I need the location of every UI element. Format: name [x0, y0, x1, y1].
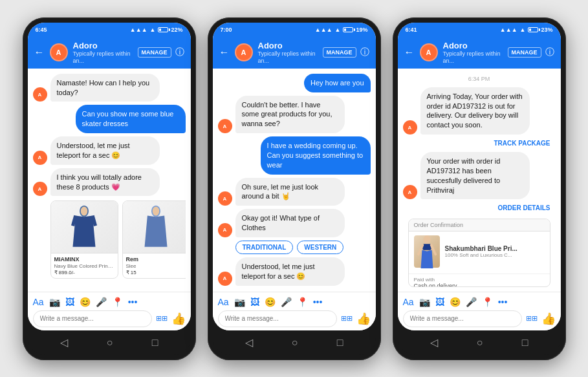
home-nav-3[interactable]: ○	[477, 337, 483, 349]
image-icon-2[interactable]: 🖼	[250, 297, 259, 307]
saree-card-svg	[415, 235, 439, 268]
square-nav-1[interactable]: □	[152, 337, 158, 349]
battery-pct-3: 23%	[541, 27, 552, 33]
back-button-2[interactable]: ←	[219, 47, 230, 58]
bubble-2-1: Hey how are you	[304, 74, 371, 92]
signal-icon-3: ▲▲▲	[500, 27, 517, 33]
square-nav-3[interactable]: □	[522, 337, 528, 349]
keyboard-icon-2[interactable]: Aa	[218, 297, 229, 307]
manage-button-1[interactable]: MANAGE	[138, 47, 171, 58]
battery-fill-3	[529, 28, 531, 31]
status-right-1: ▲▲▲ ▲ 22%	[130, 27, 183, 33]
back-nav-1[interactable]: ◁	[60, 336, 68, 349]
track-package-btn[interactable]: TRACK PACKAGE	[403, 138, 556, 149]
back-button-1[interactable]: ←	[34, 47, 45, 58]
home-nav-1[interactable]: ○	[107, 337, 113, 349]
contact-name-2: Adoro	[258, 41, 318, 51]
emoji-icon-2[interactable]: 😊	[265, 297, 276, 307]
back-nav-3[interactable]: ◁	[430, 336, 438, 349]
manage-button-3[interactable]: MANAGE	[508, 47, 541, 58]
grid-icon-2[interactable]: ⊞⊞	[341, 314, 353, 323]
bot-avatar-3-2: A	[403, 185, 417, 199]
thumbup-icon-3[interactable]: 👍	[541, 312, 556, 326]
product-brand-1-2: Rem	[126, 256, 186, 263]
battery-icon-1	[158, 27, 168, 32]
message-input-2[interactable]	[218, 310, 337, 327]
msg-row-2-1: Hey how are you	[218, 74, 371, 92]
input-icons-top-3: Aa 📷 🖼 😊 🎤 📍 •••	[403, 296, 556, 308]
location-icon-3[interactable]: 📍	[482, 297, 493, 307]
thumbup-icon-2[interactable]: 👍	[356, 312, 371, 326]
camera-icon-1[interactable]: 📷	[49, 297, 60, 307]
choice-traditional-2[interactable]: TRADITIONAL	[235, 241, 294, 254]
signal-icon-2: ▲▲▲	[315, 27, 332, 33]
order-details-btn[interactable]: ORDER DETAILS	[403, 202, 556, 213]
choice-western-2[interactable]: WESTERN	[297, 241, 343, 254]
delivery-msg-text: Arriving Today, Your order with order id…	[427, 92, 523, 129]
square-nav-2[interactable]: □	[337, 337, 343, 349]
header-info-2: Adoro Typically replies within an...	[258, 41, 318, 65]
camera-icon-3[interactable]: 📷	[419, 297, 430, 307]
status-bar-3: 6:41 ▲▲▲ ▲ 23%	[398, 23, 561, 37]
avatar-3: A	[420, 43, 438, 61]
msg-row-2-4: A Oh sure, let me just look around a bit…	[218, 178, 371, 206]
phone-1-inner: 6:45 ▲▲▲ ▲ 22% ← A Adoro Typically repli…	[28, 23, 191, 330]
timestamp-3: 6:34 PM	[403, 76, 556, 82]
bubble-1-2: Can you show me some blue skater dresses	[76, 105, 186, 133]
status-time-3: 6:41	[406, 27, 417, 33]
more-icon-1[interactable]: •••	[128, 297, 138, 307]
battery-icon-3	[528, 27, 538, 32]
mic-icon-1[interactable]: 🎤	[96, 297, 107, 307]
contact-sub-2: Typically replies within an...	[258, 50, 318, 65]
bot-avatar-1-1: A	[33, 87, 47, 102]
info-icon-1[interactable]: ⓘ	[175, 47, 184, 58]
phone-nav-2: ◁ ○ □	[213, 330, 376, 355]
grid-icon-1[interactable]: ⊞⊞	[156, 314, 168, 323]
input-icons-top-2: Aa 📷 🖼 😊 🎤 📍 •••	[218, 296, 371, 308]
message-input-3[interactable]	[403, 310, 522, 327]
product-card-1-1[interactable]: MIAMINX Navy Blue Colored Printed Skater…	[50, 200, 118, 279]
emoji-icon-1[interactable]: 😊	[80, 297, 91, 307]
more-icon-3[interactable]: •••	[498, 297, 508, 307]
location-icon-1[interactable]: 📍	[112, 297, 123, 307]
dress-svg-1	[68, 204, 100, 250]
info-icon-2[interactable]: ⓘ	[360, 47, 369, 58]
header-actions-3: MANAGE ⓘ	[508, 47, 554, 58]
input-bar-3: Aa 📷 🖼 😊 🎤 📍 ••• ⊞⊞ 👍	[398, 292, 561, 330]
camera-icon-2[interactable]: 📷	[234, 297, 245, 307]
product-price-1-1: ₹ 899.0/-	[54, 270, 114, 275]
wifi-icon-1: ▲	[150, 27, 156, 33]
back-button-3[interactable]: ←	[404, 47, 415, 58]
home-nav-2[interactable]: ○	[292, 337, 298, 349]
info-icon-3[interactable]: ⓘ	[545, 47, 554, 58]
location-icon-2[interactable]: 📍	[297, 297, 308, 307]
mic-icon-3[interactable]: 🎤	[466, 297, 477, 307]
wifi-icon-3: ▲	[520, 27, 526, 33]
svg-point-2	[81, 207, 88, 216]
message-input-1[interactable]	[33, 310, 152, 327]
status-bar-1: 6:45 ▲▲▲ ▲ 22%	[28, 23, 191, 37]
thumbup-icon-1[interactable]: 👍	[171, 312, 186, 326]
header-2: ← A Adoro Typically replies within an...…	[213, 37, 376, 69]
contact-sub-1: Typically replies within an...	[73, 50, 133, 65]
emoji-icon-3[interactable]: 😊	[450, 297, 461, 307]
keyboard-icon-1[interactable]: Aa	[33, 297, 44, 307]
bot-avatar-2-5: A	[218, 223, 232, 237]
order-product-name-3: Shakumbhari Blue Pri...	[445, 245, 517, 252]
svg-marker-17	[420, 250, 433, 268]
image-icon-1[interactable]: 🖼	[65, 297, 74, 307]
msg-row-1-2: Can you show me some blue skater dresses	[33, 105, 186, 133]
image-icon-3[interactable]: 🖼	[435, 297, 444, 307]
more-icon-2[interactable]: •••	[313, 297, 323, 307]
back-nav-2[interactable]: ◁	[245, 336, 253, 349]
svg-marker-1	[73, 216, 96, 247]
battery-pct-1: 22%	[171, 27, 182, 33]
keyboard-icon-3[interactable]: Aa	[403, 297, 414, 307]
grid-icon-3[interactable]: ⊞⊞	[526, 314, 538, 323]
mic-icon-2[interactable]: 🎤	[281, 297, 292, 307]
header-info-3: Adoro Typically replies within an...	[443, 41, 503, 65]
svg-marker-6	[145, 216, 168, 247]
product-card-1-2[interactable]: Rem Slee ₹ 15	[122, 200, 186, 279]
bubble-3-2: Your order with order id AD197312 has be…	[420, 152, 530, 199]
manage-button-2[interactable]: MANAGE	[323, 47, 356, 58]
